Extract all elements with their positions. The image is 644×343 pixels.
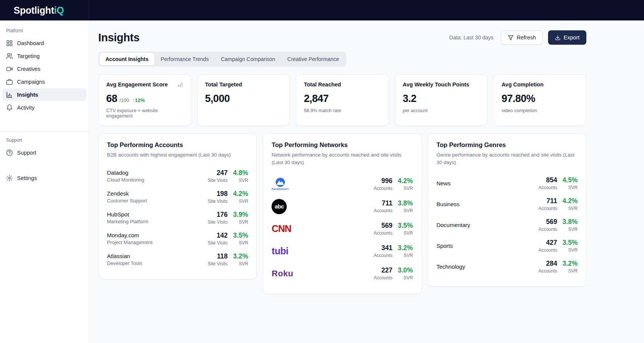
mini-bar-chart-icon xyxy=(177,81,183,88)
sidebar-item-insights[interactable]: Insights xyxy=(2,88,86,101)
accounts-stat: 569Accounts xyxy=(364,222,393,236)
kpi-title: Avg Completion xyxy=(501,81,543,88)
sidebar-item-dashboard[interactable]: Dashboard xyxy=(2,37,86,49)
svr-stat: 4.2%SVR xyxy=(396,177,413,191)
account-info: Zendesk Customer Support xyxy=(107,190,147,204)
sidebar-item-campaigns[interactable]: Campaigns xyxy=(2,75,86,88)
site-visits-label: Site Visits xyxy=(199,178,228,183)
abc-logo: abc xyxy=(272,199,287,214)
account-description: Marketing Platform xyxy=(107,219,148,224)
kpi-note: per account xyxy=(403,108,480,113)
svr-label: SVR xyxy=(396,230,413,236)
network-row-cnn: CNN 569Accounts 3.5%SVR xyxy=(272,218,413,240)
accounts-label: Accounts xyxy=(529,268,557,274)
kpi-card-touch-points: Avg Weekly Touch Points 3.2 per account xyxy=(395,74,488,126)
sidebar-item-label: Targeting xyxy=(17,53,40,59)
panel-subtitle: Network performance by accounts reached … xyxy=(272,151,413,166)
genre-stats: 427 Accounts 3.5% SVR xyxy=(529,239,578,253)
kpi-card-total-reached: Total Reached 2,847 56.9% match rate xyxy=(296,74,389,126)
dashboard-icon xyxy=(6,40,13,47)
brand-main: Spotlight xyxy=(14,5,54,16)
accounts-value: 996 xyxy=(364,177,393,185)
network-stats: 569Accounts 3.5%SVR xyxy=(364,222,413,236)
panel-row: Top Performing Accounts B2B accounts wit… xyxy=(98,133,586,294)
sidebar-item-settings[interactable]: Settings xyxy=(2,172,86,184)
panel-subtitle: B2B accounts with highest engagement (La… xyxy=(107,151,248,159)
site-visits-stat: 142 Site Visits xyxy=(199,232,228,246)
sidebar-item-label: Campaigns xyxy=(17,79,45,85)
genre-stats: 284 Accounts 3.2% SVR xyxy=(529,260,578,274)
panel-title: Top Performing Networks xyxy=(272,141,413,149)
export-button[interactable]: Export xyxy=(548,30,586,45)
site-visits-value: 118 xyxy=(199,252,228,260)
svr-label: SVR xyxy=(561,206,578,211)
accounts-stat: 284 Accounts xyxy=(529,260,557,274)
accounts-stat: 854 Accounts xyxy=(529,176,557,190)
svr-stat: 3.8%SVR xyxy=(396,199,413,213)
sidebar-item-targeting[interactable]: Targeting xyxy=(2,50,86,62)
genre-row: News 854 Accounts 4.5% SVR xyxy=(437,173,578,194)
brand-text: SpotlightiQ xyxy=(14,5,64,16)
site-visits-value: 176 xyxy=(199,211,228,219)
genre-row: Technology 284 Accounts 3.2% SVR xyxy=(437,256,578,277)
genre-stats: 711 Accounts 4.2% SVR xyxy=(529,197,578,211)
header-actions: Data: Last 30 days Refresh Export xyxy=(449,30,586,45)
accounts-label: Accounts xyxy=(364,208,393,213)
tab-campaign-comparison[interactable]: Campaign Comparison xyxy=(215,53,281,65)
sidebar-item-label: Settings xyxy=(17,175,37,181)
sidebar-item-creatives[interactable]: Creatives xyxy=(2,63,86,75)
svr-stat: 3.8% SVR xyxy=(561,218,578,232)
accounts-value: 284 xyxy=(529,260,557,268)
site-visits-value: 198 xyxy=(199,190,228,198)
tab-creative-performance[interactable]: Creative Performance xyxy=(282,53,345,65)
kpi-value: 3.2 xyxy=(403,93,416,105)
svr-value: 4.8% xyxy=(231,169,248,177)
creatives-icon xyxy=(6,66,13,72)
accounts-value: 227 xyxy=(364,266,393,274)
insights-icon xyxy=(6,91,13,98)
svr-value: 3.9% xyxy=(231,211,248,219)
sidebar-item-support[interactable]: Support xyxy=(2,146,86,159)
accounts-label: Accounts xyxy=(364,253,393,258)
tab-account-insights[interactable]: Account Insights xyxy=(100,53,154,65)
kpi-value: 97.80% xyxy=(501,93,535,105)
kpi-note: 56.9% match rate xyxy=(304,108,381,113)
tab-performance-trends[interactable]: Performance Trends xyxy=(155,53,215,65)
accounts-label: Accounts xyxy=(529,227,557,232)
account-info: HubSpot Marketing Platform xyxy=(107,211,148,224)
sidebar: Platform Dashboard Targeting Creatives C… xyxy=(0,20,89,343)
kpi-delta: ↑12% xyxy=(132,97,145,103)
kpi-card-engagement-score: Avg Engagement Score 68 /100 ↑12% CTV ex… xyxy=(98,74,191,126)
site-visits-stat: 247 Site Visits xyxy=(199,169,228,183)
genre-row: Sports 427 Accounts 3.5% SVR xyxy=(437,235,578,256)
accounts-stat: 341Accounts xyxy=(364,244,393,258)
genre-name: Business xyxy=(437,201,460,207)
account-name: Datadog xyxy=(107,169,144,176)
genre-name: Sports xyxy=(437,243,453,249)
svr-value: 3.2% xyxy=(231,252,248,260)
svr-value: 4.2% xyxy=(231,190,248,198)
account-description: Project Management xyxy=(107,240,152,245)
data-range-label: Data: Last 30 days xyxy=(449,34,494,41)
svr-label: SVR xyxy=(396,275,413,280)
svr-label: SVR xyxy=(561,227,578,232)
accounts-value: 711 xyxy=(364,199,393,207)
accounts-value: 341 xyxy=(364,244,393,252)
genre-stats: 569 Accounts 3.8% SVR xyxy=(529,218,578,232)
account-name: Zendesk xyxy=(107,190,147,197)
accounts-stat: 711Accounts xyxy=(364,199,393,213)
accounts-stat: 996Accounts xyxy=(364,177,393,191)
account-description: Customer Support xyxy=(107,198,147,204)
sidebar-item-activity[interactable]: Activity xyxy=(2,101,86,114)
panel-title: Top Performing Genres xyxy=(437,141,578,149)
topbar: SpotlightiQ xyxy=(0,0,644,20)
site-visits-label: Site Visits xyxy=(199,199,228,204)
genre-row: Documentary 569 Accounts 3.8% SVR xyxy=(437,215,578,235)
svr-value: 3.5% xyxy=(561,239,578,247)
genre-name: Technology xyxy=(437,263,465,270)
site-visits-stat: 118 Site Visits xyxy=(199,252,228,266)
svr-stat: 4.5% SVR xyxy=(561,176,578,190)
networks-list: Paramount+ 996Accounts 4.2%SVR abc 711Ac… xyxy=(272,173,413,285)
network-row-tubi: tubi 341Accounts 3.2%SVR xyxy=(272,240,413,262)
refresh-button[interactable]: Refresh xyxy=(501,30,543,45)
